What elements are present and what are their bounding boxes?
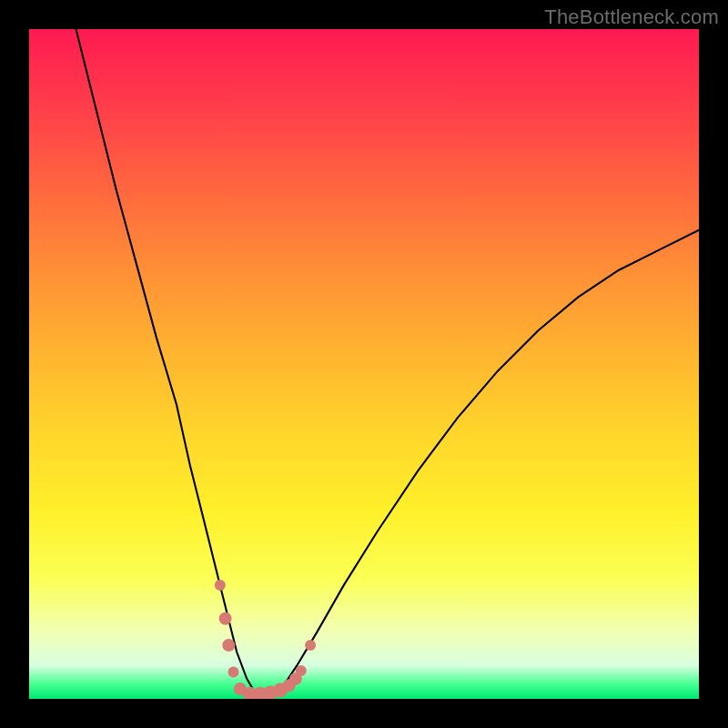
marker-dot	[296, 665, 307, 676]
marker-group	[215, 580, 316, 699]
bottleneck-curve	[76, 29, 700, 695]
marker-dot	[222, 639, 235, 652]
outer-frame: TheBottleneck.com	[0, 0, 728, 728]
watermark-text: TheBottleneck.com	[544, 5, 719, 29]
chart-svg	[29, 29, 699, 699]
marker-dot	[305, 640, 316, 651]
plot-area	[29, 29, 699, 699]
marker-dot	[228, 667, 239, 678]
marker-dot	[219, 612, 232, 625]
marker-dot	[215, 580, 226, 591]
